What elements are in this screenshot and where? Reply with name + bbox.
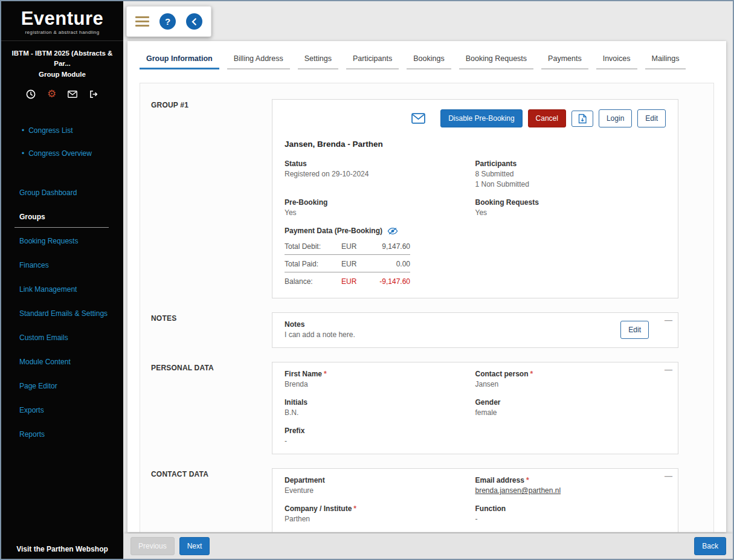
payment-amount: -9,147.60 [364, 277, 410, 286]
payment-row-total-paid: Total Paid: EUR 0.00 [285, 255, 410, 272]
personal-data-row: PERSONAL DATA — First Name* Brenda Conta… [151, 362, 678, 454]
previous-button[interactable]: Previous [130, 537, 175, 555]
required-asterisk: * [526, 476, 529, 484]
sidebar-item-page-editor[interactable]: Page Editor [1, 374, 123, 398]
field-value: Eventure [285, 486, 475, 495]
top-toolbar: ? [126, 6, 211, 37]
field-label: Pre-Booking [285, 198, 475, 207]
tab-invoices[interactable]: Invoices [596, 51, 637, 69]
function-field: Function - [475, 504, 666, 523]
hamburger-menu-icon[interactable] [135, 16, 149, 27]
personal-data-card: — First Name* Brenda Contact person* Jan… [272, 362, 678, 454]
tab-payments[interactable]: Payments [541, 51, 588, 69]
notes-title: Notes [285, 320, 355, 329]
payment-table: Total Debit: EUR 9,147.60 Total Paid: EU… [285, 237, 410, 289]
sidebar-item-congress-list[interactable]: •Congress List [1, 119, 123, 142]
field-label: Department [285, 476, 475, 484]
field-label: Participants [475, 159, 666, 168]
field-value: Yes [285, 208, 475, 217]
field-value: - [285, 437, 475, 445]
field-label: Company / Institute* [285, 504, 475, 513]
logo-subtitle: registration & abstract handling [1, 30, 123, 35]
field-value: female [475, 408, 666, 417]
section-label-notes: NOTES [151, 312, 272, 348]
collapse-icon[interactable]: — [665, 365, 672, 374]
content-panel: Group Information Billing Address Settin… [127, 41, 726, 532]
payment-currency: EUR [341, 277, 364, 286]
next-button[interactable]: Next [179, 537, 210, 555]
collapse-icon[interactable]: — [665, 315, 672, 324]
tab-bookings[interactable]: Bookings [407, 51, 451, 69]
prebooking-field: Pre-Booking Yes [285, 198, 475, 217]
tab-booking-requests[interactable]: Booking Requests [459, 51, 533, 69]
sidebar-item-group-dashboard[interactable]: Group Dashboard [1, 181, 123, 205]
help-icon[interactable]: ? [159, 13, 176, 30]
sidebar-item-congress-overview[interactable]: •Congress Overview [1, 142, 123, 165]
tab-participants[interactable]: Participants [346, 51, 399, 69]
login-button[interactable]: Login [599, 109, 632, 127]
notes-card: — Notes I can add a note here. Edit [272, 312, 678, 348]
section-label-contact-data: CONTACT DATA [151, 468, 272, 532]
field-value: Jansen [475, 380, 666, 388]
payment-row-balance: Balance: EUR -9,147.60 [285, 272, 410, 289]
field-value: Yes [475, 208, 666, 217]
gear-icon[interactable]: ⚙ [47, 89, 56, 99]
module-title: IBTM - IBTM 2025 (Abstracts & Par... [4, 48, 121, 69]
tab-group-information[interactable]: Group Information [140, 51, 219, 69]
field-value: B.N. [285, 408, 475, 417]
payment-title: Payment Data (Pre-Booking) [285, 227, 382, 235]
notes-text-block: Notes I can add a note here. [285, 320, 355, 339]
sidebar-item-exports[interactable]: Exports [1, 398, 123, 422]
edit-group-button[interactable]: Edit [637, 109, 666, 127]
nav-separator [1, 165, 123, 181]
send-email-icon[interactable] [411, 113, 425, 124]
bullet-marker: • [22, 126, 24, 135]
field-value: Brenda [285, 380, 475, 388]
field-value: 1 Non Submitted [475, 180, 666, 188]
payment-data-block: Payment Data (Pre-Booking) Total Debit: … [285, 227, 666, 289]
section-label-personal-data: PERSONAL DATA [151, 362, 272, 454]
sidebar-item-finances[interactable]: Finances [1, 253, 123, 277]
group-name: Jansen, Brenda - Parthen [285, 140, 666, 149]
sidebar-item-groups[interactable]: Groups [1, 205, 123, 229]
contact-data-card: — Department Eventure Email address* bre… [272, 468, 678, 532]
payment-currency: EUR [341, 260, 364, 268]
required-asterisk: * [353, 504, 356, 513]
clock-icon[interactable] [26, 89, 36, 99]
contact-data-row: CONTACT DATA — Department Eventure Email… [151, 468, 678, 532]
module-subtitle: Group Module [4, 69, 121, 80]
sidebar-item-label: Congress List [28, 126, 72, 135]
email-link[interactable]: brenda.jansen@parthen.nl [475, 486, 666, 495]
disable-prebooking-button[interactable]: Disable Pre-Booking [440, 109, 522, 127]
back-button[interactable]: Back [694, 537, 726, 555]
tab-bar: Group Information Billing Address Settin… [127, 41, 726, 69]
payment-row-label: Total Paid: [285, 260, 341, 268]
booking-requests-field: Booking Requests Yes [475, 198, 666, 217]
tab-mailings[interactable]: Mailings [645, 51, 686, 69]
sidebar-item-module-content[interactable]: Module Content [1, 350, 123, 374]
mail-icon[interactable] [68, 91, 77, 98]
sidebar-item-reports[interactable]: Reports [1, 422, 123, 446]
sidebar-item-standard-emails[interactable]: Standard Emails & Settings [1, 301, 123, 326]
contact-person-field: Contact person* Jansen [475, 370, 666, 388]
notes-row: NOTES — Notes I can add a note here. Edi… [151, 312, 678, 348]
eye-icon[interactable] [387, 227, 398, 235]
collapse-icon[interactable]: — [665, 471, 672, 480]
field-label: Booking Requests [475, 198, 666, 207]
sidebar-item-link-management[interactable]: Link Management [1, 277, 123, 301]
prefix-field: Prefix - [285, 426, 475, 445]
main-area: ? Group Information Billing Address Sett… [123, 1, 733, 559]
tab-settings[interactable]: Settings [298, 51, 338, 69]
sidebar-item-booking-requests[interactable]: Booking Requests [1, 229, 123, 253]
tab-billing-address[interactable]: Billing Address [227, 51, 290, 69]
logout-icon[interactable] [89, 89, 98, 99]
export-excel-button[interactable] [571, 111, 593, 127]
sidebar-item-label: Congress Overview [28, 149, 92, 158]
webshop-link[interactable]: Visit the Parthen Webshop [1, 545, 123, 553]
back-icon[interactable] [186, 13, 202, 30]
payment-currency: EUR [341, 242, 364, 251]
cancel-button[interactable]: Cancel [528, 109, 566, 127]
sidebar-item-custom-emails[interactable]: Custom Emails [1, 326, 123, 350]
payment-amount: 9,147.60 [364, 242, 410, 251]
edit-notes-button[interactable]: Edit [620, 321, 649, 339]
